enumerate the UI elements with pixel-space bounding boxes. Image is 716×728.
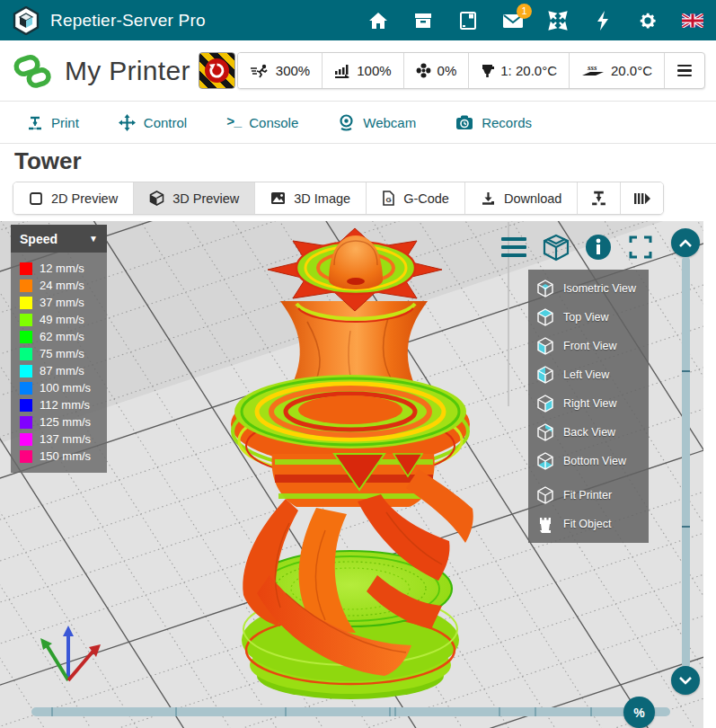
- heated-bed-icon: sss: [581, 63, 605, 78]
- emergency-stop-button[interactable]: [199, 52, 235, 89]
- flag-uk-icon[interactable]: [682, 10, 703, 31]
- legend-header[interactable]: Speed ▼: [11, 225, 107, 253]
- flow-multiplier-value: 100%: [357, 63, 391, 78]
- fan-icon: [416, 63, 431, 78]
- layers-forward-icon: [633, 191, 650, 206]
- book-icon[interactable]: [457, 10, 479, 31]
- layer-range-slider[interactable]: [31, 707, 670, 716]
- views-cube-icon[interactable]: [542, 234, 570, 261]
- view-menu-item-top-view[interactable]: Top View: [528, 303, 649, 332]
- layer-scroll-track[interactable]: [682, 257, 690, 668]
- records-icon: [455, 115, 473, 130]
- tab-control-label: Control: [144, 115, 187, 130]
- view-menu-item-isometric-view[interactable]: Isometric View: [528, 274, 649, 303]
- app-title: Repetier-Server Pro: [50, 11, 206, 31]
- mail-badge: 1: [517, 4, 532, 19]
- legend-swatch: [20, 433, 32, 446]
- view-menu-item-fit-printer[interactable]: Fit Printer: [528, 481, 649, 510]
- printer-name: My Printer: [65, 56, 190, 86]
- repetier-server-window: Repetier-Server Pro 1: [0, 0, 716, 728]
- tab-print-label: Print: [51, 115, 79, 130]
- fullscreen-icon[interactable]: [626, 234, 655, 261]
- tab-webcam[interactable]: Webcam: [338, 114, 416, 131]
- btn-send-to-printer[interactable]: [578, 182, 621, 214]
- preview-toolbar: 2D Preview 3D Preview 3D Image G G-Code: [13, 182, 664, 215]
- layer-scroll-up-button[interactable]: [671, 228, 700, 257]
- tab-console[interactable]: >_ Console: [226, 115, 298, 130]
- job-title: Tower: [14, 147, 82, 175]
- tab-control[interactable]: Control: [119, 114, 187, 131]
- speed-legend: Speed ▼ 12 mm/s24 mm/s37 mm/s49 mm/s62 m…: [11, 225, 107, 473]
- bed-temp-value: 20.0°C: [611, 63, 652, 78]
- printer-status-bar: 300% 100% 0%: [199, 52, 705, 89]
- home-icon[interactable]: [367, 10, 389, 31]
- legend-label: 137 mm/s: [40, 432, 91, 446]
- scene-menu-icon[interactable]: [499, 234, 528, 261]
- layer-scroll-down-button[interactable]: [671, 666, 700, 695]
- fan-chip[interactable]: 0%: [404, 53, 470, 88]
- view-menu-item-front-view[interactable]: Front View: [528, 332, 649, 360]
- btn-layer-range[interactable]: [621, 182, 663, 214]
- print-icon: [27, 115, 43, 131]
- view-menu-item-right-view[interactable]: Right View: [528, 389, 649, 418]
- webcam-icon: [338, 114, 355, 131]
- extruder-icon: [481, 64, 494, 78]
- bolt-icon[interactable]: [592, 10, 614, 31]
- legend-row: 62 mm/s: [20, 328, 107, 345]
- flow-icon: [334, 64, 350, 78]
- preview-3d-viewport[interactable]: Speed ▼ 12 mm/s24 mm/s37 mm/s49 mm/s62 m…: [0, 221, 703, 728]
- cube-right-icon: [535, 394, 555, 413]
- view-menu-label: Left View: [563, 368, 609, 381]
- legend-label: 150 mm/s: [40, 449, 91, 463]
- legend-row: 24 mm/s: [20, 277, 107, 294]
- extruder-temp-value: 1: 20.0°C: [500, 63, 557, 78]
- percent-toggle-button[interactable]: %: [623, 697, 655, 728]
- legend-row: 49 mm/s: [20, 311, 107, 328]
- btn-gcode[interactable]: G G-Code: [367, 182, 465, 214]
- view-menu-label: Back View: [563, 426, 615, 439]
- view-menu-item-fit-object[interactable]: Fit Object: [528, 510, 649, 538]
- extruder-temp-chip[interactable]: 1: 20.0°C: [469, 53, 570, 88]
- gear-icon[interactable]: [637, 10, 659, 31]
- btn-3d-image[interactable]: 3D Image: [255, 182, 367, 214]
- legend-label: 62 mm/s: [40, 330, 84, 343]
- printer-menu-button[interactable]: [665, 53, 704, 88]
- info-icon[interactable]: [584, 234, 613, 261]
- legend-row: 150 mm/s: [20, 448, 107, 465]
- btn-3d-preview[interactable]: 3D Preview: [134, 182, 255, 214]
- mail-icon[interactable]: 1: [502, 10, 524, 31]
- speed-multiplier-value: 300%: [276, 63, 310, 78]
- legend-swatch: [20, 331, 32, 343]
- legend-row: 137 mm/s: [20, 431, 107, 448]
- view-menu-label: Bottom View: [563, 455, 626, 467]
- view-menu-item-bottom-view[interactable]: Bottom View: [528, 447, 649, 475]
- legend-swatch: [20, 314, 32, 326]
- legend-label: 75 mm/s: [40, 347, 84, 360]
- fan-value: 0%: [438, 63, 457, 78]
- bed-temp-chip[interactable]: sss 20.0°C: [570, 53, 665, 88]
- tab-print[interactable]: Print: [27, 115, 79, 131]
- view-menu-item-back-view[interactable]: Back View: [528, 418, 649, 447]
- expand-icon[interactable]: [547, 10, 569, 31]
- legend-swatch: [20, 416, 32, 429]
- console-icon: >_: [226, 115, 241, 130]
- printer-header: My Printer 300%: [0, 40, 716, 102]
- legend-label: 100 mm/s: [40, 381, 91, 395]
- flow-multiplier-chip[interactable]: 100%: [323, 53, 403, 88]
- speed-multiplier-chip[interactable]: 300%: [238, 53, 323, 88]
- legend-swatch: [20, 399, 32, 412]
- gcode-doc-icon: G: [382, 191, 395, 206]
- view-menu-label: Top View: [563, 311, 609, 324]
- cube-front-icon: [535, 336, 555, 356]
- view-menu-item-left-view[interactable]: Left View: [528, 360, 649, 389]
- svg-text:sss: sss: [587, 63, 597, 72]
- cube-top-icon: [535, 307, 555, 327]
- tab-records[interactable]: Records: [455, 115, 532, 130]
- archive-icon[interactable]: [412, 10, 434, 31]
- cube-left-icon: [535, 365, 555, 385]
- legend-label: 87 mm/s: [40, 364, 84, 377]
- view-menu-label: Isometric View: [563, 282, 636, 295]
- btn-2d-preview[interactable]: 2D Preview: [13, 182, 134, 214]
- btn-download[interactable]: Download: [465, 182, 579, 214]
- viewport-toolbar: [499, 234, 655, 261]
